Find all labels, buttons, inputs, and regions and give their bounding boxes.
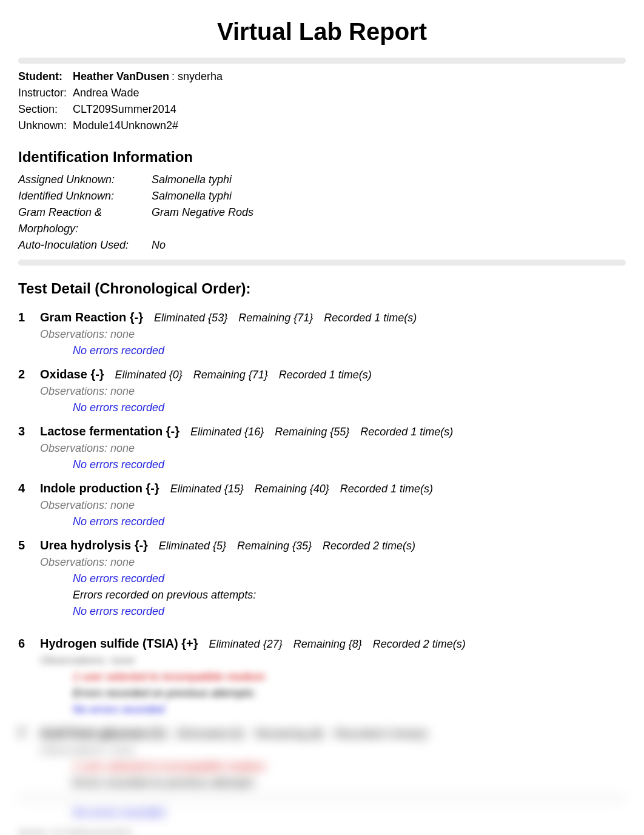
test-eliminated: Eliminated {15} — [170, 481, 244, 497]
tests-list: 1 Gram Reaction {-} Eliminated {53} Rema… — [18, 308, 626, 821]
test-name: Acid from glucose {+} — [40, 724, 166, 742]
previous-attempts-label: Errors recorded on previous attempts: — [73, 685, 626, 702]
test-errors: No errors recorded — [73, 457, 626, 473]
test-recorded: Recorded 1 time(s) — [279, 367, 372, 383]
test-errors: 1 user selected to incompatible medium — [73, 669, 626, 685]
test-remaining: Remaining {8} — [255, 726, 323, 742]
test-errors: No errors recorded — [73, 343, 626, 359]
test-item: 5 Urea hydrolysis {-} Eliminated {5} Rem… — [18, 536, 626, 620]
test-name: Lactose fermentation {-} — [40, 422, 179, 440]
test-item-blurred: 7 Acid from glucose {+} Eliminated {0} R… — [18, 724, 626, 821]
test-observations: Observations: none — [40, 554, 626, 571]
auto-inoculation-value: No — [152, 237, 166, 253]
test-observations: Observations: none — [40, 383, 626, 400]
test-detail-header: Test Detail (Chronological Order): — [18, 280, 626, 297]
test-remaining: Remaining {71} — [193, 367, 268, 383]
identification-table: Assigned Unknown: Salmonella typhi Ident… — [18, 172, 626, 253]
test-eliminated: Eliminated {0} — [115, 367, 183, 383]
test-number: 1 — [18, 308, 29, 326]
blurred-content: Observations: none 1 user selected to in… — [18, 652, 626, 718]
test-eliminated: Eliminated {16} — [190, 424, 264, 440]
test-observations: Observations: none — [40, 497, 626, 514]
test-number: 5 — [18, 536, 29, 554]
previous-attempts-label: Errors recorded on previous attempts: — [73, 775, 626, 791]
test-errors: No errors recorded — [73, 603, 626, 620]
identification-header: Identification Information — [18, 149, 626, 166]
test-name: Gram Reaction {-} — [40, 308, 143, 326]
test-observations: Observations: none — [40, 440, 626, 457]
student-name: Heather VanDusen — [73, 69, 169, 85]
gram-reaction-value: Gram Negative Rods — [152, 204, 253, 237]
previous-attempts-label: Errors recorded on previous attempts: — [73, 587, 626, 603]
test-observations: Observations: none — [40, 652, 626, 669]
footer-section: Section: CLT209Summer2014 — [18, 827, 626, 835]
auto-inoculation-label: Auto-Inoculation Used: — [18, 237, 152, 253]
identified-unknown-label: Identified Unknown: — [18, 188, 152, 204]
section-value: CLT209Summer2014 — [73, 101, 176, 118]
section-label: Section: — [18, 101, 73, 118]
test-errors: 1 user selected to incompatible medium — [73, 759, 626, 775]
page-title: Virtual Lab Report — [18, 18, 626, 45]
instructor-label: Instructor: — [18, 85, 73, 101]
test-remaining: Remaining {55} — [275, 424, 349, 440]
test-item: 1 Gram Reaction {-} Eliminated {53} Rema… — [18, 308, 626, 359]
assigned-unknown-label: Assigned Unknown: — [18, 172, 152, 188]
identified-unknown-value: Salmonella typhi — [152, 188, 232, 204]
test-errors: No errors recorded — [73, 571, 626, 587]
test-item: 6 Hydrogen sulfide (TSIA) {+} Eliminated… — [18, 634, 626, 718]
test-errors: No errors recorded — [73, 400, 626, 416]
test-recorded: Recorded 2 time(s) — [323, 538, 415, 554]
unknown-label: Unknown: — [18, 118, 73, 134]
test-eliminated: Eliminated {5} — [159, 538, 226, 554]
test-errors: No errors recorded — [73, 702, 626, 718]
test-name: Oxidase {-} — [40, 365, 104, 383]
test-name: Indole production {-} — [40, 479, 159, 497]
test-remaining: Remaining {8} — [293, 636, 362, 652]
test-recorded: Recorded 2 time(s) — [334, 726, 427, 742]
test-number: 6 — [18, 634, 29, 652]
test-eliminated: Eliminated {0} — [176, 726, 244, 742]
test-recorded: Recorded 2 time(s) — [373, 636, 466, 652]
test-recorded: Recorded 1 time(s) — [360, 424, 453, 440]
divider — [18, 58, 626, 64]
test-item: 3 Lactose fermentation {-} Eliminated {1… — [18, 422, 626, 473]
student-label: Student: — [18, 69, 73, 85]
student-username: : snyderha — [172, 69, 223, 85]
test-observations: Observations: none — [40, 326, 626, 343]
footer-blurred: Section: CLT209Summer2014 Page 1 of 2 — [18, 827, 626, 835]
test-remaining: Remaining {71} — [238, 310, 313, 326]
student-info: Student: Heather VanDusen : snyderha Ins… — [18, 69, 626, 134]
divider — [18, 260, 626, 266]
divider-blurred — [18, 796, 626, 800]
unknown-value: Module14Unknown2# — [73, 118, 178, 134]
test-eliminated: Eliminated {53} — [154, 310, 227, 326]
test-item: 2 Oxidase {-} Eliminated {0} Remaining {… — [18, 365, 626, 416]
test-number: 7 — [18, 724, 29, 742]
test-observations: Observations: none — [40, 742, 626, 759]
assigned-unknown-value: Salmonella typhi — [152, 172, 232, 188]
test-recorded: Recorded 1 time(s) — [340, 481, 433, 497]
test-errors: No errors recorded — [73, 514, 626, 530]
test-name: Hydrogen sulfide (TSIA) {+} — [40, 634, 198, 652]
instructor-value: Andrea Wade — [73, 85, 139, 101]
test-item: 4 Indole production {-} Eliminated {15} … — [18, 479, 626, 530]
test-errors: No errors recorded — [73, 805, 626, 821]
test-remaining: Remaining {35} — [237, 538, 312, 554]
gram-reaction-label: Gram Reaction & Morphology: — [18, 204, 152, 237]
test-name: Urea hydrolysis {-} — [40, 536, 148, 554]
test-recorded: Recorded 1 time(s) — [324, 310, 417, 326]
test-number: 2 — [18, 365, 29, 383]
test-number: 3 — [18, 422, 29, 440]
test-number: 4 — [18, 479, 29, 497]
test-eliminated: Eliminated {27} — [209, 636, 283, 652]
test-remaining: Remaining {40} — [255, 481, 329, 497]
